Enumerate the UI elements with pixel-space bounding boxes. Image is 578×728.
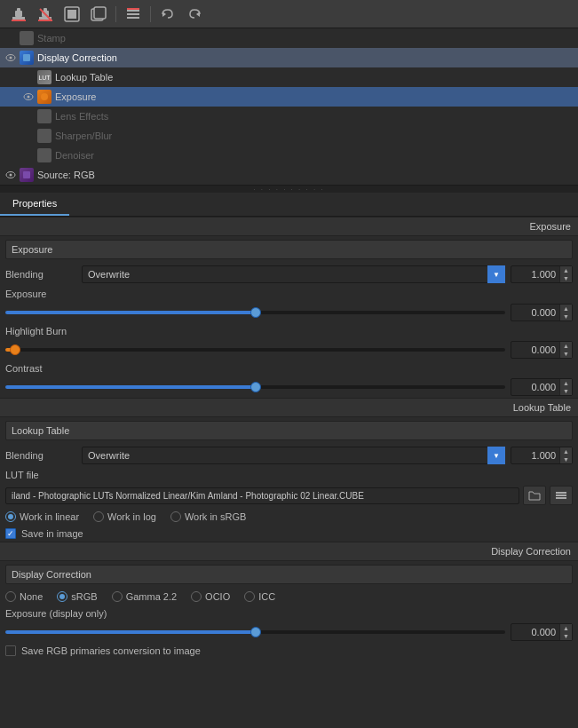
lut-blending-row: Blending Overwrite ▼ ▲ ▼ <box>0 444 578 467</box>
layer-item-sharpen-blur[interactable]: Sharpen/Blur <box>0 126 578 146</box>
exposure-blending-down[interactable]: ▼ <box>559 274 572 282</box>
contrast-label: Contrast <box>0 360 578 376</box>
svg-rect-15 <box>127 17 139 19</box>
svg-rect-13 <box>127 10 139 12</box>
exposure-blending-num-wrap: ▲ ▼ <box>511 265 573 283</box>
exposure-section: Exposure Exposure Blending Overwrite ▼ ▲… <box>0 217 578 398</box>
radio-work-in-log[interactable]: Work in log <box>93 511 156 522</box>
radio-ocio[interactable]: OCIO <box>191 591 230 602</box>
layer-item-lookup-table[interactable]: LUT Lookup Table <box>0 67 578 87</box>
exposure-panel-label: Exposure <box>12 244 52 255</box>
toolbar <box>0 0 578 28</box>
exposure-blending-num[interactable] <box>511 266 559 282</box>
exposure-value-num[interactable] <box>511 305 559 320</box>
radio-srgb[interactable]: sRGB <box>57 591 97 602</box>
exposure-blending-up[interactable]: ▲ <box>559 266 572 274</box>
highlight-burn-num[interactable] <box>511 342 559 358</box>
remove-layer-icon[interactable] <box>34 3 57 26</box>
radio-dot-linear <box>5 511 16 522</box>
lookup-table-section: Lookup Table Lookup Table Blending Overw… <box>0 398 578 542</box>
layer-item-exposure[interactable]: Exposure <box>0 87 578 107</box>
svg-rect-2 <box>17 8 20 12</box>
exposure-slider-track[interactable] <box>5 311 505 314</box>
exposure-blending-num-arrows: ▲ ▼ <box>559 266 572 282</box>
dc-exposure-down[interactable]: ▼ <box>559 632 572 640</box>
display-correction-section: Display Correction Display Correction No… <box>0 542 578 659</box>
exposure-slider-row: ▲ ▼ <box>0 302 578 323</box>
lut-blending-up[interactable]: ▲ <box>559 447 572 455</box>
radio-label-icc: ICC <box>258 591 275 602</box>
dc-exposure-fill <box>5 630 256 634</box>
dc-exposure-num[interactable] <box>511 624 559 640</box>
layer-label-dc: Display Correction <box>37 52 117 63</box>
lut-blending-num-wrap: ▲ ▼ <box>511 447 573 464</box>
save-rgb-primaries-checkbox[interactable] <box>5 645 16 656</box>
undo-icon[interactable] <box>156 3 179 26</box>
radio-work-in-linear[interactable]: Work in linear <box>5 511 79 522</box>
dc-mode-radio-row: None sRGB Gamma 2.2 OCIO ICC <box>0 588 578 605</box>
exposure-blending-label: Blending <box>5 269 76 280</box>
contrast-thumb[interactable] <box>250 382 261 392</box>
lut-panel-box: Lookup Table <box>5 421 573 440</box>
visibility-icon-lens[interactable] <box>21 109 36 123</box>
radio-gamma[interactable]: Gamma 2.2 <box>112 591 177 602</box>
layer-item-display-correction[interactable]: Display Correction <box>0 48 578 67</box>
layer-item-stamp[interactable]: Stamp <box>0 28 578 48</box>
highlight-burn-thumb[interactable] <box>10 344 20 355</box>
highlight-burn-track[interactable] <box>5 348 505 352</box>
radio-label-gamma: Gamma 2.2 <box>126 591 177 602</box>
contrast-down[interactable]: ▼ <box>559 387 572 395</box>
lut-list-button[interactable] <box>550 486 573 505</box>
svg-rect-12 <box>94 7 106 19</box>
lut-blending-select[interactable]: Overwrite <box>82 447 505 464</box>
contrast-up[interactable]: ▲ <box>559 379 572 387</box>
radio-icc[interactable]: ICC <box>244 591 275 602</box>
svg-marker-18 <box>196 12 200 17</box>
exposure-slider-thumb[interactable] <box>250 307 261 318</box>
dc-exposure-up[interactable]: ▲ <box>559 624 572 632</box>
highlight-burn-slider-row: ▲ ▼ <box>0 339 578 360</box>
add-layer-icon[interactable] <box>7 3 30 26</box>
visibility-icon-lut[interactable] <box>21 70 36 84</box>
exposure-blending-select-wrap: Overwrite ▼ <box>82 265 505 283</box>
exposure-blending-select[interactable]: Overwrite <box>82 265 505 283</box>
svg-point-26 <box>10 174 12 177</box>
visibility-icon-exposure[interactable] <box>21 90 36 104</box>
radio-none[interactable]: None <box>5 591 43 602</box>
radio-dot-srgb <box>170 511 181 522</box>
visibility-icon-dc[interactable] <box>4 51 18 65</box>
list-view-icon[interactable] <box>122 3 145 26</box>
dc-exposure-track[interactable] <box>5 630 505 634</box>
layer-item-denoiser[interactable]: Denoiser <box>0 146 578 165</box>
panel-divider[interactable]: · · · · · · · · · · <box>0 186 578 193</box>
svg-rect-1 <box>15 11 22 17</box>
radio-dot-ocio <box>191 591 202 602</box>
save-in-image-checkbox[interactable] <box>5 528 16 539</box>
svg-rect-16 <box>127 8 139 10</box>
exposure-slider-fill <box>5 311 256 314</box>
tab-properties[interactable]: Properties <box>0 193 69 216</box>
visibility-icon-sharp[interactable] <box>21 129 36 143</box>
tab-bar: Properties <box>0 193 578 217</box>
highlight-burn-up[interactable]: ▲ <box>559 342 572 350</box>
visibility-icon-denoise[interactable] <box>21 148 36 162</box>
contrast-track[interactable] <box>5 385 505 389</box>
visibility-icon-stamp[interactable] <box>4 31 18 45</box>
lut-blending-down[interactable]: ▼ <box>559 455 572 463</box>
stamp-layer-icon[interactable] <box>60 3 83 26</box>
visibility-icon-source[interactable] <box>4 168 18 182</box>
radio-work-in-srgb[interactable]: Work in sRGB <box>170 511 246 522</box>
dc-exposure-thumb[interactable] <box>250 627 261 637</box>
layer-item-source-rgb[interactable]: Source: RGB <box>0 165 578 185</box>
layer-item-lens-effects[interactable]: Lens Effects <box>0 107 578 126</box>
copy-layer-icon[interactable] <box>87 3 110 26</box>
lut-panel-label: Lookup Table <box>12 425 69 436</box>
exposure-value-up[interactable]: ▲ <box>559 305 572 313</box>
radio-label-linear: Work in linear <box>20 511 79 522</box>
redo-icon[interactable] <box>183 3 206 26</box>
highlight-burn-down[interactable]: ▼ <box>559 350 572 358</box>
exposure-value-down[interactable]: ▼ <box>559 313 572 320</box>
lut-folder-button[interactable] <box>523 486 546 505</box>
contrast-num[interactable] <box>511 379 559 395</box>
lut-blending-num[interactable] <box>511 447 559 463</box>
